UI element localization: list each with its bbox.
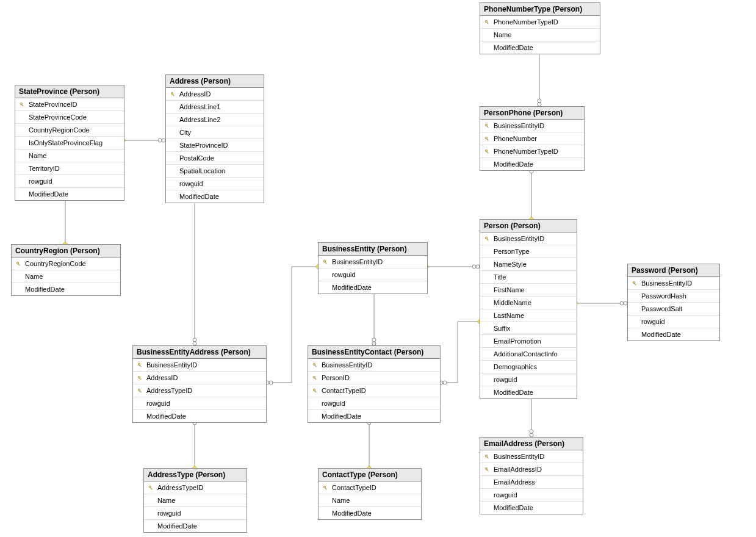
column-row[interactable]: Name [319, 494, 421, 507]
entity-table-password[interactable]: Password (Person)BusinessEntityIDPasswor… [627, 264, 720, 341]
svg-rect-17 [634, 283, 636, 285]
entity-table-businessentity[interactable]: BusinessEntity (Person)BusinessEntityIDr… [318, 242, 428, 294]
entity-table-stateprovince[interactable]: StateProvince (Person)StateProvinceIDSta… [15, 85, 124, 201]
column-row[interactable]: BusinessEntityID [319, 256, 427, 268]
column-row[interactable]: AdditionalContactInfo [480, 348, 577, 361]
column-row[interactable]: ContactTypeID [308, 384, 440, 397]
entity-table-addresstype[interactable]: AddressType (Person)AddressTypeIDNamerow… [143, 468, 247, 533]
column-row[interactable]: PasswordSalt [628, 303, 719, 315]
column-row[interactable]: ModifiedDate [144, 520, 247, 532]
column-row[interactable]: rowguid [308, 397, 440, 410]
column-row[interactable]: PersonType [480, 245, 577, 258]
column-row[interactable]: StateProvinceID [166, 139, 264, 152]
column-name: ContactTypeID [319, 387, 366, 394]
column-row[interactable]: BusinessEntityID [133, 359, 266, 372]
column-name: ModifiedDate [329, 510, 372, 517]
entity-title: PersonPhone (Person) [480, 107, 584, 120]
column-row[interactable]: AddressID [133, 372, 266, 384]
entity-table-phonenumbertype[interactable]: PhoneNumberType (Person)PhoneNumberTypeI… [480, 2, 600, 54]
column-row[interactable]: PostalCode [166, 152, 264, 165]
svg-rect-15 [486, 239, 488, 240]
entity-table-personphone[interactable]: PersonPhone (Person)BusinessEntityIDPhon… [480, 106, 585, 171]
column-row[interactable]: Suffix [480, 322, 577, 335]
column-row[interactable]: ModifiedDate [319, 507, 421, 519]
column-row[interactable]: StateProvinceID [15, 98, 124, 111]
column-row[interactable]: AddressID [166, 88, 264, 101]
column-row[interactable]: ModifiedDate [308, 410, 440, 422]
column-row[interactable]: StateProvinceCode [15, 111, 124, 124]
column-row[interactable]: CountryRegionCode [15, 124, 124, 137]
column-row[interactable]: Name [12, 270, 120, 283]
column-row[interactable]: AddressLine2 [166, 114, 264, 126]
column-row[interactable]: ModifiedDate [480, 41, 600, 54]
column-row[interactable]: ModifiedDate [628, 328, 719, 341]
column-row[interactable]: IsOnlyStateProvinceFlag [15, 137, 124, 150]
column-row[interactable]: ModifiedDate [12, 283, 120, 295]
column-row[interactable]: City [166, 126, 264, 139]
column-row[interactable]: rowguid [319, 268, 427, 281]
column-row[interactable]: EmailAddressID [480, 463, 583, 476]
column-row[interactable]: rowguid [480, 489, 583, 502]
column-name: ModifiedDate [144, 413, 186, 420]
column-row[interactable]: EmailAddress [480, 476, 583, 489]
column-row[interactable]: EmailPromotion [480, 335, 577, 348]
column-row[interactable]: Demographics [480, 361, 577, 373]
column-row[interactable]: PersonID [308, 372, 440, 384]
column-row[interactable]: MiddleName [480, 297, 577, 309]
column-row[interactable]: ModifiedDate [480, 502, 583, 514]
column-row[interactable]: ModifiedDate [319, 281, 427, 294]
column-row[interactable]: ModifiedDate [480, 386, 577, 398]
column-row[interactable]: NameStyle [480, 258, 577, 271]
column-row[interactable]: CountryRegionCode [12, 258, 120, 270]
column-row[interactable]: BusinessEntityID [308, 359, 440, 372]
column-row[interactable]: BusinessEntityID [480, 232, 577, 245]
column-row[interactable]: ModifiedDate [480, 158, 584, 170]
entity-columns: CountryRegionCodeNameModifiedDate [12, 258, 120, 295]
entity-table-person[interactable]: Person (Person)BusinessEntityIDPersonTyp… [480, 219, 577, 399]
column-name: PersonType [491, 248, 530, 255]
entity-title: Password (Person) [628, 264, 719, 277]
column-row[interactable]: ModifiedDate [133, 410, 266, 422]
column-row[interactable]: AddressTypeID [144, 481, 247, 494]
column-row[interactable]: Name [144, 494, 247, 507]
entity-table-countryregion[interactable]: CountryRegion (Person)CountryRegionCodeN… [11, 244, 121, 296]
column-row[interactable]: TerritoryID [15, 162, 124, 175]
column-row[interactable]: PhoneNumberTypeID [480, 16, 600, 29]
column-row[interactable]: BusinessEntityID [480, 450, 583, 463]
column-row[interactable]: ContactTypeID [319, 481, 421, 494]
column-row[interactable]: LastName [480, 309, 577, 322]
column-name: BusinessEntityID [491, 235, 544, 242]
column-row[interactable]: rowguid [480, 373, 577, 386]
column-row[interactable]: Name [480, 29, 600, 41]
column-row[interactable]: AddressLine1 [166, 101, 264, 114]
column-row[interactable]: rowguid [15, 175, 124, 188]
column-row[interactable]: PhoneNumberTypeID [480, 145, 584, 158]
entity-table-contacttype[interactable]: ContactType (Person)ContactTypeIDNameMod… [318, 468, 422, 520]
column-row[interactable]: ModifiedDate [15, 188, 124, 200]
entity-table-businessentityaddress[interactable]: BusinessEntityAddress (Person)BusinessEn… [132, 345, 267, 423]
column-row[interactable]: rowguid [133, 397, 266, 410]
column-row[interactable]: FirstName [480, 284, 577, 297]
column-row[interactable]: Name [15, 150, 124, 162]
column-row[interactable]: rowguid [628, 315, 719, 328]
column-row[interactable]: rowguid [144, 507, 247, 520]
column-row[interactable]: rowguid [166, 178, 264, 190]
column-row[interactable]: PasswordHash [628, 290, 719, 303]
column-name: AddressTypeID [155, 484, 203, 491]
primary-key-icon [484, 467, 490, 472]
column-row[interactable]: AddressTypeID [133, 384, 266, 397]
entity-table-emailaddress[interactable]: EmailAddress (Person)BusinessEntityIDEma… [480, 437, 583, 514]
relationship-multiplicity-icon [158, 139, 162, 142]
column-row[interactable]: ModifiedDate [166, 190, 264, 203]
column-name: AddressID [177, 90, 211, 98]
entity-table-address[interactable]: Address (Person)AddressIDAddressLine1Add… [165, 74, 264, 203]
column-row[interactable]: PhoneNumber [480, 132, 584, 145]
column-row[interactable]: Title [480, 271, 577, 284]
column-name: Title [491, 273, 506, 281]
column-row[interactable]: BusinessEntityID [628, 277, 719, 290]
column-row[interactable]: SpatialLocation [166, 165, 264, 178]
column-row[interactable]: BusinessEntityID [480, 120, 584, 132]
entity-table-businessentitycontact[interactable]: BusinessEntityContact (Person)BusinessEn… [308, 345, 441, 423]
svg-rect-5 [18, 264, 20, 265]
column-name: Suffix [491, 325, 510, 332]
